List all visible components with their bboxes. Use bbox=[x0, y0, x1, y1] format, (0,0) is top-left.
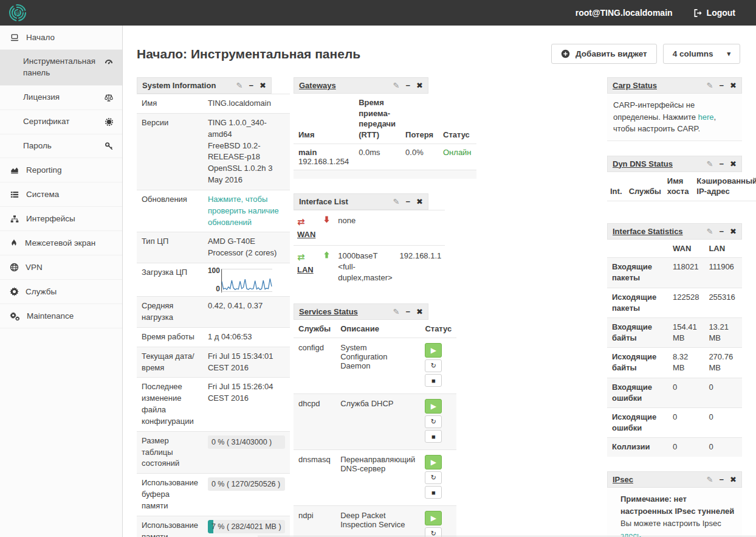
widget-title[interactable]: Interface Statistics bbox=[613, 227, 683, 236]
minimize-icon[interactable]: − bbox=[406, 81, 411, 90]
edit-icon[interactable]: ✎ bbox=[707, 81, 713, 90]
service-stop-button[interactable]: ■ bbox=[425, 374, 442, 387]
minimize-icon[interactable]: − bbox=[720, 81, 724, 90]
service-start-button[interactable]: ▶ bbox=[425, 399, 442, 414]
interface-row-lan: ⇄ LAN 1000baseT <full-duplex,master> 192… bbox=[294, 246, 445, 289]
widget-title[interactable]: Gateways bbox=[299, 81, 336, 90]
minimize-icon[interactable]: − bbox=[249, 81, 254, 90]
service-row: dnsmasq Перенаправляющий DNS-сервер ▶ ↻ … bbox=[294, 450, 456, 506]
close-icon[interactable]: ✖ bbox=[730, 227, 737, 236]
close-icon[interactable]: ✖ bbox=[730, 159, 737, 168]
edit-icon[interactable]: ✎ bbox=[393, 197, 400, 206]
gears-icon bbox=[10, 311, 20, 320]
sidebar-item-firewall[interactable]: Межсетевой экран bbox=[0, 231, 122, 255]
minimize-icon[interactable]: − bbox=[406, 307, 411, 316]
balance-icon bbox=[104, 93, 114, 102]
globe-icon bbox=[10, 263, 19, 272]
widget-title[interactable]: Services Status bbox=[299, 307, 358, 316]
edit-icon[interactable]: ✎ bbox=[393, 307, 400, 316]
service-start-button[interactable]: ▶ bbox=[425, 343, 442, 358]
fingerprint-logo-icon: @ bbox=[8, 3, 27, 23]
service-restart-button[interactable]: ↻ bbox=[425, 359, 442, 372]
close-icon[interactable]: ✖ bbox=[259, 81, 266, 90]
logout-label: Logout bbox=[707, 8, 735, 18]
sidebar-item-license[interactable]: Лицензия bbox=[0, 86, 122, 110]
page-title: Начало: Инструментальная панель bbox=[137, 47, 360, 61]
close-icon[interactable]: ✖ bbox=[416, 307, 423, 316]
logged-in-user: root@TING.localdomain bbox=[576, 8, 673, 18]
service-restart-button[interactable]: ↻ bbox=[425, 471, 442, 484]
close-icon[interactable]: ✖ bbox=[416, 197, 423, 206]
arrow-up-icon bbox=[323, 251, 331, 259]
widget-interface-statistics: Interface Statistics ✎ − ✖ WAN LAN bbox=[607, 223, 742, 457]
sidebar-item-reporting[interactable]: Reporting bbox=[0, 158, 122, 182]
gear-icon bbox=[10, 287, 19, 296]
table-row: Версии TING 1.0.0_340-amd64 FreeBSD 10.2… bbox=[137, 113, 290, 190]
exchange-icon: ⇄ bbox=[297, 252, 305, 262]
close-icon[interactable]: ✖ bbox=[730, 475, 737, 484]
close-icon[interactable]: ✖ bbox=[416, 81, 423, 90]
check-updates-link[interactable]: Нажмите, чтобы проверить наличие обновле… bbox=[208, 195, 279, 227]
interface-row-wan: ⇄ WAN none bbox=[294, 210, 445, 245]
sidebar-item-maintenance[interactable]: Maintenance bbox=[0, 304, 122, 328]
service-row: ndpi Deep Packet Inspection Service ▶ ↻ … bbox=[294, 506, 456, 537]
close-icon[interactable]: ✖ bbox=[730, 81, 737, 90]
service-restart-button[interactable]: ↻ bbox=[425, 415, 442, 428]
table-row: Последнее изменение файла конфигурации F… bbox=[137, 378, 290, 431]
minimize-icon[interactable]: − bbox=[720, 159, 724, 168]
svg-text:@: @ bbox=[15, 10, 21, 16]
carp-configure-link[interactable]: here bbox=[698, 113, 714, 122]
edit-icon[interactable]: ✎ bbox=[393, 81, 400, 90]
table-row: Средняя нагрузка 0.42, 0.41, 0.37 bbox=[137, 297, 290, 328]
gateway-row: main 192.168.1.254 0.0ms 0.0% Онлайн bbox=[294, 144, 476, 170]
widget-title: System Information bbox=[142, 81, 216, 90]
sidebar-item-certificate[interactable]: Сертификат bbox=[0, 110, 122, 134]
add-widget-button[interactable]: Добавить виджет bbox=[551, 44, 657, 64]
sidebar-item-services[interactable]: Службы bbox=[0, 280, 122, 304]
edit-icon[interactable]: ✎ bbox=[707, 475, 713, 484]
state-table-progressbar: 0 % ( 31/403000 ) bbox=[208, 435, 285, 449]
edit-icon[interactable]: ✎ bbox=[236, 81, 243, 90]
dashboard-column-4: Carp Status ✎ − ✖ CARP-интерфейсы не опр… bbox=[607, 77, 742, 537]
interface-statistics-table: WAN LAN Входящие пакеты 118021 111906 Ис… bbox=[607, 240, 742, 457]
ipsec-note: Примечание: нет настроенных IPsec туннел… bbox=[607, 488, 742, 537]
service-stop-button[interactable]: ■ bbox=[425, 430, 442, 443]
interface-wan-link[interactable]: WAN bbox=[297, 229, 315, 240]
footer-divider bbox=[258, 536, 756, 536]
sidebar-item-interfaces[interactable]: Интерфейсы bbox=[0, 207, 122, 231]
mbuf-progressbar: 0 % ( 1270/250526 ) bbox=[208, 477, 285, 491]
topbar: @ root@TING.localdomain Logout bbox=[0, 0, 756, 26]
widget-title[interactable]: IPsec bbox=[613, 475, 633, 484]
sidebar-item-password[interactable]: Пароль bbox=[0, 134, 122, 159]
list-icon bbox=[10, 190, 19, 199]
widget-title[interactable]: Dyn DNS Status bbox=[613, 159, 673, 168]
minimize-icon[interactable]: − bbox=[406, 197, 411, 206]
widget-title[interactable]: Carp Status bbox=[613, 81, 657, 90]
table-row: Текущая дата/время Fri Jul 15 15:34:01 C… bbox=[137, 347, 290, 378]
edit-icon[interactable]: ✎ bbox=[707, 159, 713, 168]
sidebar-item-dashboard[interactable]: Инструментальная панель bbox=[0, 50, 122, 86]
app-logo[interactable]: @ bbox=[0, 0, 123, 26]
widget-dyn-dns-status: Dyn DNS Status ✎ − ✖ Int. Службы Имя хос… bbox=[607, 156, 742, 209]
laptop-icon bbox=[10, 33, 19, 42]
interface-lan-link[interactable]: LAN bbox=[297, 265, 315, 275]
columns-select[interactable]: 4 columns ▾ bbox=[663, 44, 740, 64]
logout-button[interactable]: Logout bbox=[693, 8, 735, 18]
service-stop-button[interactable]: ■ bbox=[425, 486, 442, 499]
sidebar: Начало Инструментальная панель Лицензия bbox=[0, 26, 123, 537]
widget-interface-list: Interface List ✎ − ✖ ⇄ WAN bbox=[294, 193, 428, 289]
sidebar-item-home[interactable]: Начало bbox=[0, 26, 122, 50]
arrow-down-icon bbox=[323, 215, 331, 224]
plus-circle-icon bbox=[561, 49, 570, 58]
service-start-button[interactable]: ▶ bbox=[425, 511, 442, 525]
service-start-button[interactable]: ▶ bbox=[425, 455, 442, 469]
sidebar-item-system[interactable]: Система bbox=[0, 182, 122, 207]
minimize-icon[interactable]: − bbox=[720, 475, 724, 484]
widget-system-information: System Information ✎ − ✖ Имя TING.locald… bbox=[137, 77, 272, 537]
table-row: Обновления Нажмите, чтобы проверить нали… bbox=[137, 190, 290, 232]
sidebar-item-vpn[interactable]: VPN bbox=[0, 255, 122, 280]
table-row: Размер таблицы состояний 0 % ( 31/403000… bbox=[137, 431, 290, 474]
table-row: Входящие байты 154.41 MB 13.21 MB bbox=[607, 317, 742, 347]
edit-icon[interactable]: ✎ bbox=[707, 227, 713, 236]
minimize-icon[interactable]: − bbox=[720, 227, 724, 236]
